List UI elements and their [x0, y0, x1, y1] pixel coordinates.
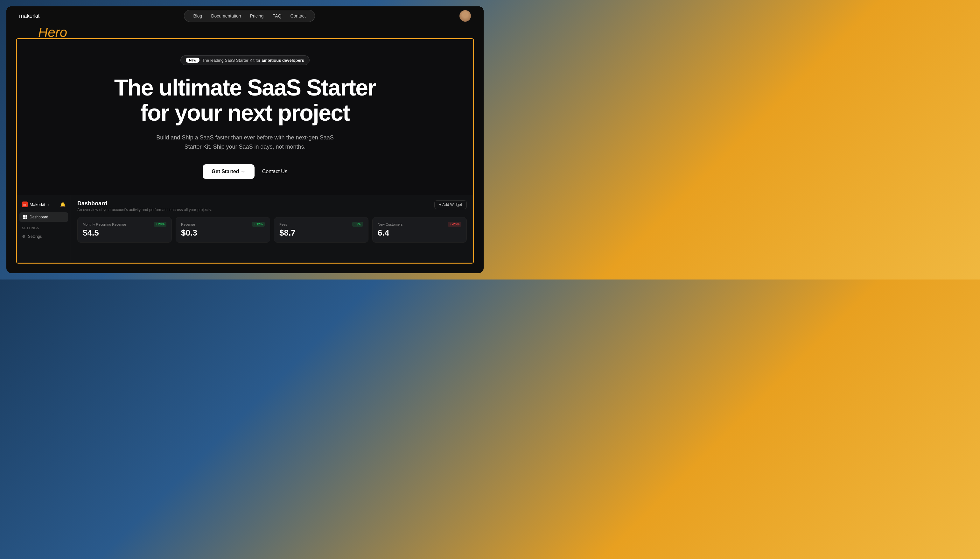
bell-icon[interactable]: 🔔	[60, 202, 66, 207]
hero-subtitle: Build and Ship a SaaS faster than ever b…	[150, 133, 340, 152]
brand-icon: m	[22, 202, 28, 207]
metric-header-customers: New Customers ↓ -25%	[378, 222, 461, 227]
sidebar-brand-name: m Makerkit ∨	[22, 202, 49, 207]
top-navigation: makerkit Blog Documentation Pricing FAQ …	[7, 7, 483, 25]
sidebar-brand: m Makerkit ∨ 🔔	[17, 199, 71, 210]
metric-header-revenue: Revenue ↑ 12%	[181, 222, 265, 227]
get-started-button[interactable]: Get Started →	[203, 164, 254, 179]
logo: makerkit	[19, 13, 40, 20]
metric-label-fees: Fees	[279, 223, 287, 227]
metric-label-customers: New Customers	[378, 223, 403, 227]
badge-new-label: New	[186, 58, 200, 63]
dashboard-main: Dashboard An overview of your account's …	[71, 195, 473, 263]
nav-contact[interactable]: Contact	[286, 12, 309, 20]
metric-value-revenue: $0.3	[181, 228, 265, 238]
avatar-image	[459, 10, 471, 22]
metric-card-revenue: Revenue ↑ 12% $0.3	[176, 217, 270, 243]
add-widget-button[interactable]: + Add Widget	[434, 200, 467, 209]
dashboard-title-block: Dashboard An overview of your account's …	[78, 200, 211, 212]
dashboard-sidebar: m Makerkit ∨ 🔔 Dashboard SETTINGS ⚙ Sett…	[17, 195, 71, 263]
metric-card-fees: Fees ↑ 9% $8.7	[274, 217, 368, 243]
metric-label-mrr: Monthly Recurring Revenue	[83, 223, 126, 227]
metric-value-mrr: $4.5	[83, 228, 167, 238]
metric-card-mrr: Monthly Recurring Revenue ↑ 20% $4.5	[78, 217, 172, 243]
dashboard-header: Dashboard An overview of your account's …	[78, 200, 467, 212]
metrics-row: Monthly Recurring Revenue ↑ 20% $4.5 Rev…	[78, 217, 467, 243]
metric-badge-mrr: ↑ 20%	[154, 222, 167, 227]
window: makerkit Blog Documentation Pricing FAQ …	[7, 7, 483, 273]
metric-badge-customers: ↓ -25%	[448, 222, 461, 227]
sidebar-item-dashboard[interactable]: Dashboard	[20, 212, 68, 222]
metric-value-customers: 6.4	[378, 228, 461, 238]
metric-badge-fees: ↑ 9%	[352, 222, 363, 227]
metric-value-fees: $8.7	[279, 228, 363, 238]
sidebar-settings-section: SETTINGS	[17, 225, 71, 232]
contact-us-button[interactable]: Contact Us	[262, 169, 287, 174]
sidebar-item-settings[interactable]: ⚙ Settings	[17, 232, 71, 241]
settings-icon: ⚙	[22, 234, 25, 239]
avatar[interactable]	[459, 10, 471, 22]
metric-label-revenue: Revenue	[181, 223, 195, 227]
hero-badge: New The leading SaaS Starter Kit for amb…	[180, 55, 309, 65]
nav-links: Blog Documentation Pricing FAQ Contact	[184, 10, 315, 22]
dashboard-preview: m Makerkit ∨ 🔔 Dashboard SETTINGS ⚙ Sett…	[17, 195, 473, 263]
nav-faq[interactable]: FAQ	[269, 12, 285, 20]
hero-title: The ultimate SaaS Starter for your next …	[114, 75, 376, 126]
brand-chevron: ∨	[47, 203, 49, 206]
hero-section: New The leading SaaS Starter Kit for amb…	[17, 39, 473, 195]
nav-pricing[interactable]: Pricing	[246, 12, 267, 20]
dashboard-title: Dashboard	[78, 200, 211, 207]
cta-buttons: Get Started → Contact Us	[203, 164, 287, 179]
metric-card-customers: New Customers ↓ -25% 6.4	[372, 217, 467, 243]
metric-badge-revenue: ↑ 12%	[252, 222, 265, 227]
hero-section-label: Hero	[38, 25, 67, 40]
nav-blog[interactable]: Blog	[189, 12, 206, 20]
metric-header-mrr: Monthly Recurring Revenue ↑ 20%	[83, 222, 167, 227]
nav-documentation[interactable]: Documentation	[207, 12, 245, 20]
metric-header-fees: Fees ↑ 9%	[279, 222, 363, 227]
dashboard-icon	[23, 215, 27, 219]
badge-description: The leading SaaS Starter Kit for ambitio…	[202, 58, 304, 63]
dashboard-subtitle: An overview of your account's activity a…	[78, 208, 211, 212]
